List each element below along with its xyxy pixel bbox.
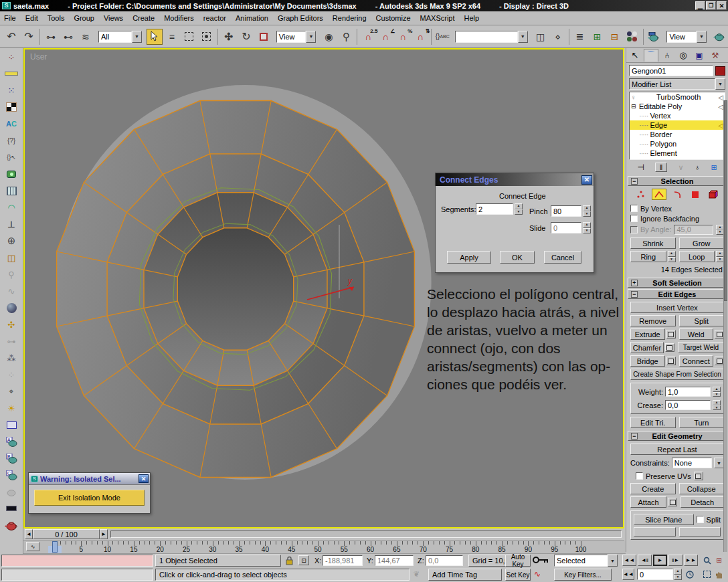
tab-modify-icon[interactable]: ⌒ bbox=[644, 49, 658, 62]
menu-reactor[interactable]: reactor bbox=[203, 14, 226, 22]
edit-named-selection-icon[interactable]: {}ABC bbox=[434, 29, 450, 45]
black-swatch-icon[interactable] bbox=[2, 500, 21, 516]
collapse-icon[interactable]: − bbox=[631, 291, 638, 298]
key-mode-toggle-button[interactable]: ◄◄ bbox=[622, 569, 634, 580]
restore-button[interactable]: ❐ bbox=[706, 1, 716, 10]
stack-row-polygon[interactable]: ····· Polygon bbox=[630, 139, 725, 149]
element-subobject-icon[interactable] bbox=[706, 189, 721, 200]
apply-button[interactable]: Apply bbox=[447, 251, 491, 264]
pin-stack-icon[interactable]: ⊣ bbox=[637, 163, 644, 172]
camera-icon[interactable]: ⌖ bbox=[2, 383, 21, 399]
new-key-curve-icon[interactable]: ∿ bbox=[534, 569, 541, 579]
pinch-field[interactable]: 80 bbox=[551, 205, 581, 217]
collapse-icon[interactable]: − bbox=[631, 433, 638, 440]
weld-button[interactable]: Weld bbox=[679, 328, 714, 340]
crease-spinner[interactable]: ▲▼ bbox=[713, 400, 721, 410]
x-coordinate-field[interactable]: -188,981 bbox=[323, 555, 363, 566]
menu-animation[interactable]: Animation bbox=[236, 14, 268, 22]
create-shape-button[interactable]: Create Shape From Selection bbox=[630, 369, 724, 380]
menu-modifiers[interactable]: Modifiers bbox=[164, 14, 194, 22]
segments-spinner[interactable]: ▲▼ bbox=[515, 203, 523, 215]
axis-constraint-icon[interactable]: ⊥ bbox=[2, 216, 21, 232]
create-button[interactable]: Create bbox=[630, 483, 676, 494]
collapse-icon[interactable]: − bbox=[631, 178, 638, 185]
menu-edit[interactable]: Edit bbox=[25, 14, 38, 22]
frame-spinner[interactable]: ▲▼ bbox=[674, 569, 682, 580]
slide-spinner[interactable]: ▲▼ bbox=[583, 222, 591, 233]
stack-row-edge[interactable]: ····· Edge ◁ bbox=[630, 120, 725, 130]
weight-field[interactable]: 1,0 bbox=[665, 387, 711, 397]
exit-isolation-button[interactable]: Exit Isolation Mode bbox=[34, 490, 145, 506]
tab-create-icon[interactable]: ↖ bbox=[628, 50, 642, 60]
region-zoom-icon[interactable] bbox=[701, 569, 713, 580]
bridge-settings-icon[interactable] bbox=[666, 357, 676, 365]
play-button[interactable]: ► bbox=[653, 555, 667, 566]
select-and-rotate-icon[interactable]: ↻ bbox=[238, 29, 254, 45]
configure-modifier-icon[interactable]: ⊞ bbox=[711, 163, 717, 172]
rectangular-selection-region-icon[interactable] bbox=[181, 29, 197, 45]
teapot-a-icon[interactable]: A bbox=[2, 433, 21, 450]
weight-spinner[interactable]: ▲▼ bbox=[713, 387, 721, 397]
slice-plane-button[interactable]: Slice Plane bbox=[634, 514, 694, 525]
quick-render-icon[interactable] bbox=[711, 29, 727, 45]
edit-edges-rollout-header[interactable]: −Edit Edges bbox=[628, 289, 727, 299]
stack-row-turbosmooth[interactable]: ♀ TurboSmooth ◁ bbox=[630, 92, 725, 102]
polygon-subobject-icon[interactable] bbox=[688, 189, 703, 200]
modifier-list-dropdown[interactable]: Modifier List bbox=[629, 78, 715, 90]
tab-hierarchy-icon[interactable]: ⑃ bbox=[660, 51, 674, 60]
edit-geometry-rollout-header[interactable]: −Edit Geometry bbox=[628, 431, 727, 441]
macro-recorder-icon[interactable]: {}↖ bbox=[2, 149, 21, 165]
tab-display-icon[interactable]: ▣ bbox=[692, 51, 707, 60]
key-mode-dropdown[interactable]: Selected▼ bbox=[554, 555, 618, 567]
mirror-tool-icon[interactable]: ◫ bbox=[2, 250, 21, 266]
segments-field[interactable]: 2 bbox=[476, 203, 513, 215]
plane-move-icon[interactable]: ✣ bbox=[2, 316, 21, 332]
param-wiring-icon[interactable]: {?} bbox=[2, 132, 21, 149]
stack-row-vertex[interactable]: ····· Vertex bbox=[630, 111, 725, 120]
preserve-uvs-row[interactable]: Preserve UVs bbox=[630, 470, 724, 482]
ruler-icon[interactable] bbox=[2, 66, 21, 82]
angle-snap-icon[interactable]: ∩∠ bbox=[377, 29, 393, 45]
stack-row-element[interactable]: ····· Element bbox=[630, 149, 725, 158]
layer-manager-icon[interactable]: ≣ bbox=[572, 29, 588, 45]
schematic-view-icon[interactable]: ⊟ bbox=[607, 29, 623, 45]
auto-key-button[interactable]: Auto Key bbox=[505, 555, 531, 567]
split-button[interactable]: Split bbox=[679, 315, 725, 326]
go-to-start-button[interactable]: ◄◄ bbox=[622, 555, 636, 566]
zoom-all-icon[interactable]: ⊞ bbox=[713, 555, 725, 566]
teapot-b-icon[interactable]: B bbox=[2, 450, 21, 466]
maxscript-mini-listener-pink[interactable] bbox=[1, 555, 153, 567]
viewport-label[interactable]: User bbox=[30, 52, 47, 62]
percent-snap-icon[interactable]: ∩% bbox=[395, 29, 411, 45]
constraints-dropdown[interactable]: None bbox=[672, 458, 712, 468]
cancel-button[interactable]: Cancel bbox=[544, 251, 581, 264]
bind-to-spacewarp-icon[interactable]: ≋ bbox=[78, 29, 94, 45]
object-name-field[interactable]: Gengon01 bbox=[629, 65, 713, 76]
menu-views[interactable]: Views bbox=[104, 14, 123, 22]
connect-edges-close-icon[interactable]: ✕ bbox=[581, 175, 592, 185]
expand-icon[interactable]: + bbox=[631, 280, 638, 286]
chamfer-settings-icon[interactable] bbox=[665, 343, 674, 352]
detach-button[interactable]: Detach bbox=[680, 496, 724, 508]
tab-utilities-icon[interactable]: ⚒ bbox=[708, 51, 723, 60]
menu-tools[interactable]: Tools bbox=[48, 14, 65, 22]
light-rays-icon[interactable]: ☀ bbox=[2, 400, 21, 416]
bridge-button[interactable]: Bridge bbox=[630, 355, 665, 367]
edge-subobject-icon[interactable] bbox=[652, 189, 666, 200]
activeshade-teapot-icon[interactable] bbox=[2, 517, 21, 533]
select-by-name-icon[interactable]: ≡ bbox=[164, 29, 180, 45]
object-color-swatch[interactable] bbox=[715, 66, 725, 76]
maxscript-mini-listener-white[interactable] bbox=[1, 569, 153, 581]
teapot-c-icon[interactable]: C bbox=[2, 467, 21, 483]
ring-spinner[interactable]: ▲▼ bbox=[668, 251, 676, 262]
window-crossing-icon[interactable] bbox=[199, 29, 215, 45]
track-bar[interactable]: ∿ 05101520253035404550556065707580859095… bbox=[23, 541, 626, 554]
building-icon[interactable] bbox=[2, 417, 21, 433]
render-type-dropdown[interactable]: View▼ bbox=[666, 31, 707, 43]
abc-letters-icon[interactable]: AC bbox=[2, 116, 21, 132]
absolute-offset-icon[interactable]: ⊡ bbox=[298, 555, 309, 565]
by-vertex-row[interactable]: By Vertex bbox=[630, 203, 724, 213]
z-coordinate-field[interactable]: 0,0 bbox=[426, 555, 463, 566]
select-object-icon[interactable] bbox=[147, 29, 163, 45]
vertex-subobject-icon[interactable] bbox=[634, 189, 648, 200]
